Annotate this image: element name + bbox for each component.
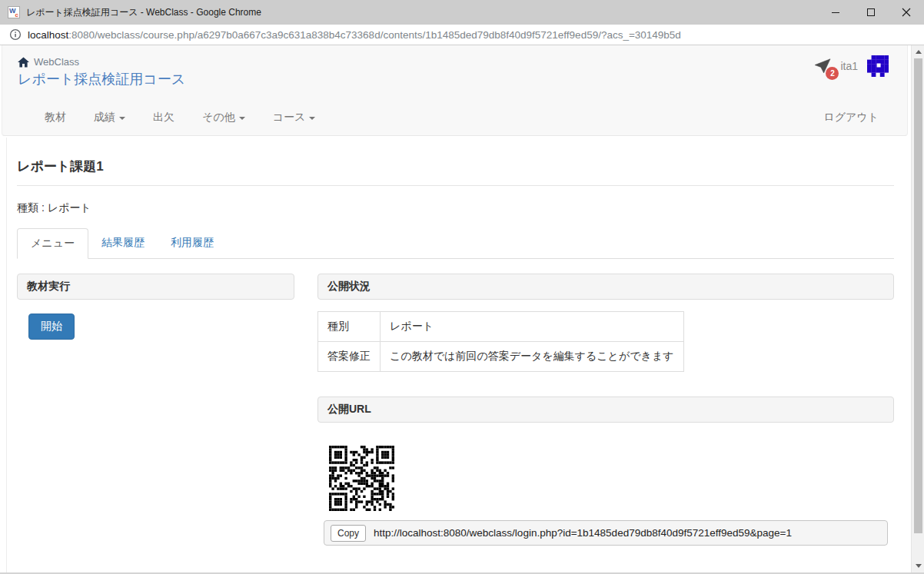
status-panel-heading: 公開状況 [317,274,894,300]
qr-code [329,446,394,511]
nav-item-course[interactable]: コース [273,111,316,124]
close-button[interactable] [889,0,924,25]
url-text[interactable]: localhost:8080/webclass/course.php/a6297… [28,29,681,41]
status-row-type-label: 種別 [318,312,381,342]
browser-window: W c レポート採点検証用コース - WebClass - Google Chr… [0,0,924,45]
public-url-section: 公開URL Copy http://localhost:8080/webclas… [317,396,894,546]
course-title-link[interactable]: レポート採点検証用コース [18,70,185,88]
site-header: WebClass レポート採点検証用コース 2 ita1 教材 成績 [2,45,908,136]
page-info-icon[interactable] [9,28,22,41]
minimize-icon [831,8,840,17]
chevron-down-icon [119,117,125,120]
scroll-up-icon [916,50,922,54]
start-button[interactable]: 開始 [28,314,75,340]
webclass-page: WebClass レポート採点検証用コース 2 ita1 教材 成績 [0,45,911,572]
address-bar[interactable]: localhost:8080/webclass/course.php/a6297… [0,25,924,45]
maximize-button[interactable] [853,0,889,25]
status-row-edit-label: 答案修正 [318,342,381,372]
scroll-up-button[interactable] [912,45,924,58]
table-row: 種別 レポート [318,312,684,342]
copy-url-bar: Copy http://localhost:8080/webclass/logi… [324,520,888,546]
status-column: 公開状況 種別 レポート 答案修正 この教材では前回の答案データを編集することが… [317,274,894,546]
brand-label: WebClass [34,56,79,68]
scrollbar-thumb[interactable] [914,58,922,533]
webclass-favicon-icon: W c [8,6,20,18]
status-table: 種別 レポート 答案修正 この教材では前回の答案データを編集することができます [317,311,684,372]
nav-item-shukketsu[interactable]: 出欠 [153,111,174,124]
home-link[interactable]: WebClass [2,45,907,68]
status-row-type-value: レポート [381,312,684,342]
home-icon [18,57,29,68]
public-url-text: http://localhost:8080/webclass/login.php… [374,527,792,539]
tab-result-history[interactable]: 結果履歴 [88,228,158,259]
close-icon [902,8,911,17]
material-type-label: 種類 : レポート [17,201,894,215]
tab-menu[interactable]: メニュー [17,228,88,259]
scroll-down-button[interactable] [912,559,924,572]
url-path: :8080/webclass/course.php/a6297b0a667c3a… [68,29,681,41]
logout-link[interactable]: ログアウト [823,111,879,124]
scroll-down-icon [916,564,922,568]
minimize-button[interactable] [818,0,853,25]
two-column-layout: 教材実行 開始 公開状況 種別 レポート 答案修正 この教材では前回の答案データ… [17,274,894,546]
copy-button[interactable]: Copy [331,525,366,542]
user-avatar[interactable] [867,55,889,77]
maximize-icon [866,8,876,17]
vertical-scrollbar[interactable] [911,45,924,572]
window-titlebar: W c レポート採点検証用コース - WebClass - Google Chr… [0,0,924,25]
window-controls [818,0,924,25]
nav-item-kyozai[interactable]: 教材 [45,111,66,124]
tab-bar: メニュー 結果履歴 利用履歴 [17,228,894,259]
messages-button[interactable]: 2 [814,58,831,74]
page-title: レポート課題1 [17,158,894,175]
exec-column: 教材実行 開始 [17,274,294,546]
chevron-down-icon [239,117,245,120]
tab-usage-history[interactable]: 利用履歴 [158,228,227,259]
favicon-letter-c: c [15,12,18,18]
url-host: localhost [28,29,68,41]
notification-badge: 2 [826,67,839,80]
exec-panel-heading: 教材実行 [17,274,294,300]
main-content: レポート課題1 種類 : レポート メニュー 結果履歴 利用履歴 教材実行 開始… [0,136,911,546]
title-divider [17,185,894,186]
chevron-down-icon [309,117,315,120]
username-label: ita1 [840,60,858,72]
content-left-hairline [6,138,7,572]
nav-item-sonota[interactable]: その他 [202,111,245,124]
table-row: 答案修正 この教材では前回の答案データを編集することができます [318,342,684,372]
public-url-panel-heading: 公開URL [317,396,894,423]
window-title: レポート採点検証用コース - WebClass - Google Chrome [26,6,261,19]
status-row-edit-value: この教材では前回の答案データを編集することができます [381,342,684,372]
nav-item-seiseki[interactable]: 成績 [94,111,125,124]
user-area: 2 ita1 [814,55,889,77]
main-nav: 教材 成績 出欠 その他 コース [45,111,315,124]
